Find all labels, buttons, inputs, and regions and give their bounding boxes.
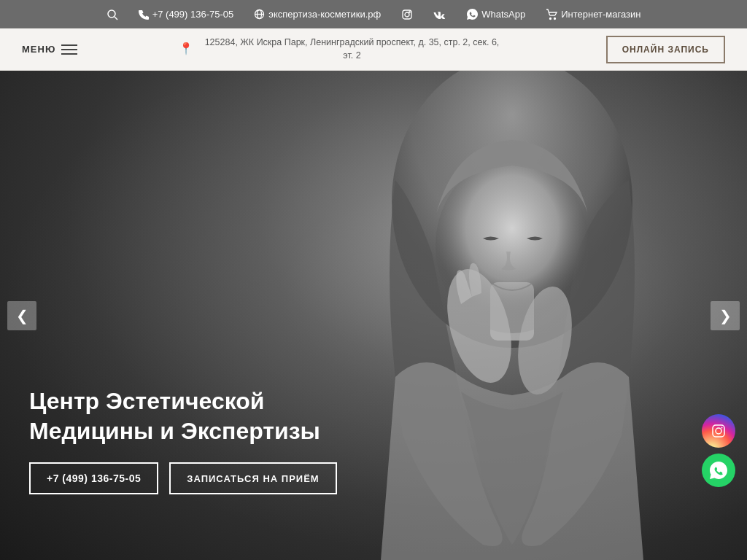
cart-icon: [546, 9, 557, 20]
instagram-float-icon: [711, 423, 727, 439]
next-arrow-icon: ❯: [719, 307, 732, 324]
whatsapp-icon: [467, 9, 478, 20]
menu-label: МЕНЮ: [22, 44, 55, 55]
whatsapp-link[interactable]: WhatsApp: [467, 9, 525, 20]
hero-book-button[interactable]: ЗАПИСАТЬСЯ НА ПРИЁМ: [169, 462, 336, 494]
phone-link[interactable]: +7 (499) 136-75-05: [139, 9, 234, 20]
floating-social: [702, 414, 735, 487]
carousel-prev-button[interactable]: ❮: [7, 301, 36, 330]
carousel-next-button[interactable]: ❯: [711, 301, 740, 330]
svg-rect-15: [713, 425, 724, 437]
svg-point-8: [550, 18, 551, 19]
instagram-icon: [401, 9, 413, 20]
second-bar: МЕНЮ 📍 125284, ЖК Искра Парк, Ленинградс…: [0, 28, 747, 71]
vk-icon: [433, 10, 446, 19]
top-bar: +7 (499) 136-75-05 экспертиза-косметики.…: [0, 0, 747, 28]
hero-phone-button[interactable]: +7 (499) 136-75-05: [29, 462, 158, 494]
phone-icon: [139, 9, 149, 20]
svg-point-0: [108, 10, 115, 18]
prev-arrow-icon: ❮: [16, 307, 28, 324]
hero-person-image: [286, 71, 724, 560]
website-link[interactable]: экспертиза-косметики.рф: [254, 9, 381, 20]
hero-buttons: +7 (499) 136-75-05 ЗАПИСАТЬСЯ НА ПРИЁМ: [29, 462, 337, 494]
location-icon: 📍: [179, 41, 193, 57]
svg-point-9: [554, 18, 556, 19]
globe-icon: [254, 9, 265, 20]
instagram-float-button[interactable]: [702, 414, 735, 448]
svg-point-7: [409, 11, 410, 12]
hamburger-icon: [61, 44, 77, 55]
shop-link[interactable]: Интернет-магазин: [546, 9, 640, 20]
vk-link[interactable]: [433, 10, 446, 19]
hero-section: ❮ ❯ Центр Эстетической Медицины и Экспер…: [0, 71, 747, 560]
address-block: 📍 125284, ЖК Искра Парк, Ленинградский п…: [179, 36, 506, 62]
svg-line-1: [115, 17, 117, 20]
whatsapp-float-icon: [710, 462, 727, 479]
whatsapp-float-button[interactable]: [702, 454, 735, 487]
svg-point-16: [716, 428, 721, 434]
hero-title: Центр Эстетической Медицины и Экспертизы: [29, 386, 336, 447]
address-text: 125284, ЖК Искра Парк, Ленинградский про…: [199, 36, 506, 62]
instagram-link[interactable]: [401, 9, 413, 20]
svg-point-6: [405, 12, 409, 17]
menu-button[interactable]: МЕНЮ: [22, 44, 77, 55]
search-icon[interactable]: [107, 9, 118, 20]
online-booking-button[interactable]: ОНЛАЙН ЗАПИСЬ: [606, 36, 725, 63]
svg-point-17: [721, 427, 723, 429]
